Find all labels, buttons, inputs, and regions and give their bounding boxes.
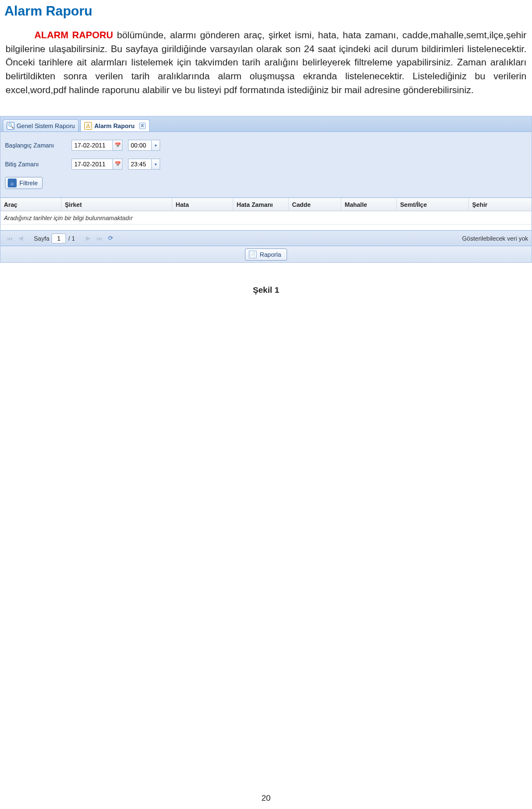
report-button-label: Raporla [260,251,282,258]
last-page-button[interactable]: ⏭ [94,233,104,243]
filter-button-label: Filtrele [19,180,38,186]
page-number-input[interactable] [52,233,66,243]
start-time-label: Başlangıç Zamanı [5,142,71,149]
calendar-icon[interactable]: 📅 [112,159,122,170]
tab-general-report[interactable]: 🔍 Genel Sistem Raporu [3,119,79,131]
report-button[interactable]: 📄 Raporla [245,248,288,261]
page-label: Sayfa [34,235,49,242]
next-page-button[interactable]: ▶ [83,233,93,243]
tabstrip: 🔍 Genel Sistem Raporu ⚠ Alarm Raporu × [1,116,531,132]
grid-status-text: Gösterilebilecek veri yok [462,235,528,242]
tab-alarm-report[interactable]: ⚠ Alarm Raporu × [80,119,150,131]
col-semt[interactable]: Semt/İlçe [397,198,469,211]
prev-page-button[interactable]: ◀ [16,233,25,243]
col-mahalle[interactable]: Mahalle [341,198,397,211]
alarm-grid: Araç Şirket Hata Hata Zamanı Cadde Mahal… [1,198,531,246]
chevron-down-icon[interactable]: ▾ [151,159,160,170]
figure-caption: Şekil 1 [0,285,532,294]
refresh-button[interactable]: ⟳ [105,233,115,243]
page-title: Alarm Raporu [0,0,532,19]
lead-keyword: ALARM RAPORU [34,30,113,40]
end-time-input[interactable] [128,159,151,170]
filter-panel: Başlangıç Zamanı 📅 ▾ Bitiş Zamanı 📅 ▾ [1,132,531,198]
start-time-input[interactable] [128,140,151,151]
tab-label-alarm: Alarm Raporu [94,123,135,129]
col-sirket[interactable]: Şirket [62,198,172,211]
col-hata[interactable]: Hata [172,198,233,211]
search-icon: 🔍 [7,122,14,130]
grid-empty-text: Aradığınız tarihler için bir bilgi bulun… [1,211,531,225]
grid-header: Araç Şirket Hata Hata Zamanı Cadde Mahal… [1,198,531,211]
col-arac[interactable]: Araç [1,198,62,211]
page-total: / 1 [68,235,75,242]
col-sehir[interactable]: Şehir [469,198,531,211]
first-page-button[interactable]: ⏮ [4,233,14,243]
intro-paragraph: ALARM RAPORU bölümünde, alarmı gönderen … [0,19,532,97]
end-time-label: Bitiş Zamanı [5,161,71,167]
col-hata-zamani[interactable]: Hata Zamanı [233,198,289,211]
close-icon[interactable]: × [139,123,146,129]
col-cadde[interactable]: Cadde [289,198,341,211]
tab-label-general: Genel Sistem Raporu [17,123,75,129]
end-date-input[interactable] [71,159,112,170]
alarm-report-panel: 🔍 Genel Sistem Raporu ⚠ Alarm Raporu × B… [0,116,532,263]
calendar-icon[interactable]: 📅 [112,140,122,151]
start-date-input[interactable] [71,140,112,151]
grid-paging-toolbar: ⏮ ◀ Sayfa / 1 ▶ ⏭ ⟳ Gösterilebilecek ver… [1,230,531,246]
filter-button[interactable]: ⌕ Filtrele [5,177,43,189]
chevron-down-icon[interactable]: ▾ [151,140,160,151]
page-number: 20 [0,793,532,802]
report-icon: 📄 [249,251,257,258]
filter-icon: ⌕ [8,179,17,187]
report-bar: 📄 Raporla [1,246,531,262]
warning-icon: ⚠ [84,122,92,130]
